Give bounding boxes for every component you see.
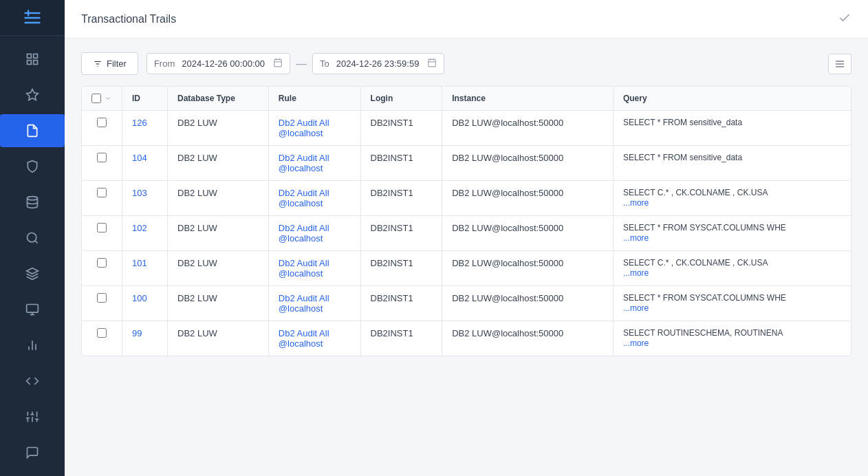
svg-rect-6: [28, 61, 32, 65]
chevron-down-icon[interactable]: [104, 94, 112, 102]
select-all-checkbox[interactable]: [91, 94, 101, 103]
row-rule-cell: Db2 Audit All @localhost: [268, 216, 360, 251]
row-rule-link-2[interactable]: @localhost: [279, 268, 351, 279]
row-login: DB2INST1: [371, 153, 413, 163]
row-rule-link[interactable]: Db2 Audit All: [279, 153, 351, 163]
star-icon: [25, 88, 39, 102]
row-instance-cell: DB2 LUW@localhost:50000: [442, 321, 614, 356]
sidebar-item-shield[interactable]: [0, 150, 65, 183]
row-id-cell: 126: [122, 111, 168, 146]
data-table-container: ID Database Type Rule Login Instance Que…: [81, 86, 851, 356]
from-calendar-icon: [273, 58, 283, 69]
row-rule-link-2[interactable]: @localhost: [279, 163, 351, 173]
row-rule-link-2[interactable]: @localhost: [279, 198, 351, 208]
row-rule-link[interactable]: Db2 Audit All: [279, 188, 351, 198]
row-instance: DB2 LUW@localhost:50000: [452, 258, 563, 268]
database-icon: [25, 195, 39, 209]
sidebar-item-dashboard[interactable]: [0, 43, 65, 76]
monitor-icon: [25, 303, 39, 316]
row-query-text: SELECT * FROM sensitive_data: [623, 153, 841, 162]
row-rule-link[interactable]: Db2 Audit All: [279, 258, 351, 268]
row-checkbox-0[interactable]: [97, 118, 107, 127]
sidebar-item-monitor[interactable]: [0, 293, 65, 326]
sidebar-item-documents[interactable]: [0, 114, 65, 147]
filter-button[interactable]: Filter: [81, 52, 138, 75]
row-database-type: DB2 LUW: [177, 328, 217, 338]
row-query-more[interactable]: ...more: [623, 198, 649, 208]
row-login-cell: DB2INST1: [360, 216, 442, 251]
row-rule-link[interactable]: Db2 Audit All: [279, 293, 351, 303]
sidebar-item-code[interactable]: [0, 365, 65, 398]
th-checkbox: [82, 87, 122, 111]
row-instance: DB2 LUW@localhost:50000: [452, 118, 563, 128]
row-rule-link[interactable]: Db2 Audit All: [279, 118, 351, 128]
row-login: DB2INST1: [371, 328, 413, 338]
row-checkbox-5[interactable]: [97, 293, 107, 303]
row-database-type: DB2 LUW: [177, 293, 217, 303]
row-database-type: DB2 LUW: [177, 188, 217, 198]
page-title: Transactional Trails: [81, 13, 176, 25]
row-login-cell: DB2INST1: [360, 181, 442, 216]
sidebar-item-chat[interactable]: [0, 436, 65, 469]
sidebar-item-layers[interactable]: [0, 257, 65, 290]
sidebar-item-favorites[interactable]: [0, 78, 65, 111]
row-database-type-cell: DB2 LUW: [168, 146, 269, 181]
row-login-cell: DB2INST1: [360, 286, 442, 321]
row-id-link[interactable]: 101: [132, 258, 147, 268]
row-query-more[interactable]: ...more: [623, 303, 649, 313]
row-rule-link-2[interactable]: @localhost: [279, 128, 351, 138]
row-id-link[interactable]: 103: [132, 188, 147, 198]
to-date-field[interactable]: To 2024-12-26 23:59:59: [312, 53, 444, 74]
row-id-link[interactable]: 99: [132, 328, 142, 338]
sidebar-item-chart[interactable]: [0, 329, 65, 362]
more-options-button[interactable]: [828, 54, 851, 74]
row-database-type-cell: DB2 LUW: [168, 111, 269, 146]
th-database-type: Database Type: [168, 87, 269, 111]
sidebar-item-search[interactable]: [0, 221, 65, 255]
header-check-icon: [838, 11, 851, 27]
row-checkbox-1[interactable]: [97, 153, 107, 162]
th-instance: Instance: [442, 87, 614, 111]
toolbar: Filter From 2024-12-26 00:00:00 — To 202…: [81, 52, 851, 75]
row-rule-link[interactable]: Db2 Audit All: [279, 328, 351, 338]
row-login: DB2INST1: [371, 118, 413, 128]
row-id-cell: 103: [122, 181, 168, 216]
row-rule-cell: Db2 Audit All @localhost: [268, 181, 360, 216]
svg-point-10: [28, 233, 36, 242]
sidebar-nav: [0, 36, 65, 476]
svg-rect-13: [27, 305, 39, 313]
row-id-link[interactable]: 126: [132, 118, 147, 128]
filter-label: Filter: [107, 58, 127, 69]
th-rule: Rule: [268, 87, 360, 111]
row-id-cell: 101: [122, 251, 168, 286]
row-rule-link-2[interactable]: @localhost: [279, 338, 351, 349]
row-rule-link-2[interactable]: @localhost: [279, 303, 351, 314]
row-rule-link[interactable]: Db2 Audit All: [279, 223, 351, 233]
sidebar-item-database[interactable]: [0, 186, 65, 219]
row-id-link[interactable]: 102: [132, 223, 147, 233]
row-checkbox-4[interactable]: [97, 258, 107, 268]
row-rule-link-2[interactable]: @localhost: [279, 233, 351, 244]
row-id-link[interactable]: 100: [132, 293, 147, 303]
row-instance: DB2 LUW@localhost:50000: [452, 293, 563, 303]
th-database-type-label: Database Type: [177, 94, 235, 103]
row-login-cell: DB2INST1: [360, 111, 442, 146]
svg-line-11: [35, 241, 38, 244]
row-query-more[interactable]: ...more: [623, 268, 649, 278]
row-query-cell: SELECT * FROM SYSCAT.COLUMNS WHE ...more: [613, 286, 851, 321]
row-id-link[interactable]: 104: [132, 153, 147, 163]
row-checkbox-2[interactable]: [97, 188, 107, 197]
table-row: 101 DB2 LUW Db2 Audit All @localhost DB2…: [82, 251, 851, 286]
sidebar-item-settings[interactable]: [0, 400, 65, 433]
row-query-more[interactable]: ...more: [623, 338, 649, 348]
row-login: DB2INST1: [371, 188, 413, 198]
row-checkbox-3[interactable]: [97, 223, 107, 232]
row-checkbox-6[interactable]: [97, 328, 107, 338]
row-query-more[interactable]: ...more: [623, 233, 649, 243]
from-date-field[interactable]: From 2024-12-26 00:00:00: [147, 53, 290, 74]
row-database-type-cell: DB2 LUW: [168, 216, 269, 251]
logo-icon: [23, 8, 42, 28]
row-query-cell: SELECT * FROM SYSCAT.COLUMNS WHE ...more: [613, 216, 851, 251]
more-horizontal-icon: [834, 58, 845, 69]
row-instance: DB2 LUW@localhost:50000: [452, 223, 563, 233]
